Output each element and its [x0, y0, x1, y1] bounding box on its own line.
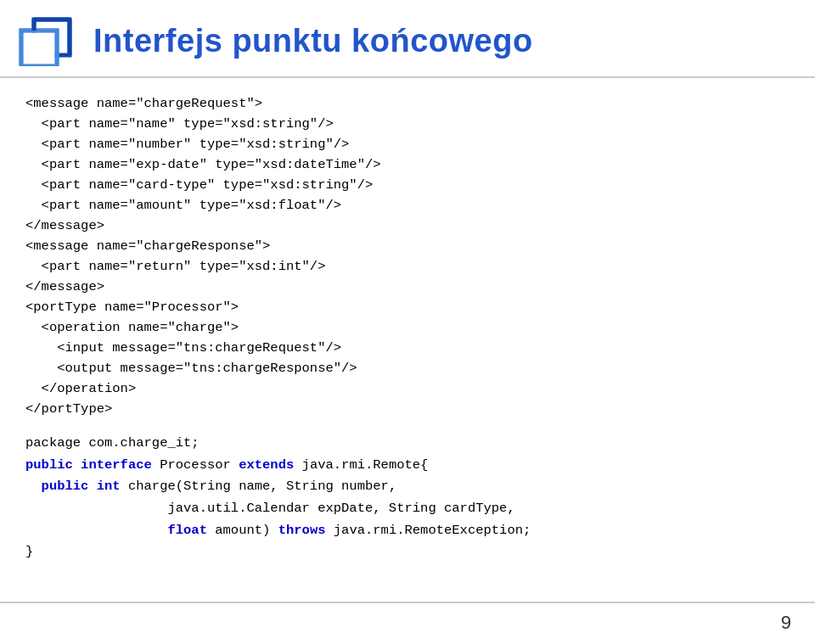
java-remote: java.rmi.Remote{: [294, 457, 428, 473]
slide-title: Interfejs punktu końcowego: [93, 23, 533, 59]
slide-container: Interfejs punktu końcowego <message name…: [0, 0, 815, 644]
keyword-public-interface: public interface: [25, 457, 152, 473]
svg-rect-2: [24, 33, 55, 64]
java-line-1: package com.charge_it;: [25, 433, 790, 455]
java-processor: Processor: [152, 457, 239, 473]
xml-code-block: <message name="chargeRequest"> <part nam…: [25, 93, 790, 419]
java-method: charge(String name, String number,: [121, 479, 397, 494]
java-line-3: public int charge(String name, String nu…: [25, 476, 790, 498]
logo-icon: [17, 15, 76, 66]
java-amount: amount): [207, 523, 278, 538]
page-number: 9: [781, 612, 791, 634]
keyword-float: float: [167, 523, 207, 538]
keyword-throws: throws: [278, 523, 326, 538]
slide-content: <message name="chargeRequest"> <part nam…: [0, 78, 815, 572]
java-line-2: public interface Processor extends java.…: [25, 455, 790, 477]
keyword-extends: extends: [239, 457, 294, 473]
slide-header: Interfejs punktu końcowego: [0, 0, 815, 78]
java-indent: [25, 479, 42, 494]
java-line-6: }: [25, 541, 790, 563]
bottom-divider: [0, 602, 815, 603]
java-indent2: [25, 523, 167, 538]
java-code-block: package com.charge_it; public interface …: [25, 433, 790, 563]
keyword-public-int: public int: [42, 479, 121, 494]
java-line-4: java.util.Calendar expDate, String cardT…: [25, 498, 790, 520]
java-exception: java.rmi.RemoteException;: [325, 523, 531, 538]
java-line-5: float amount) throws java.rmi.RemoteExce…: [25, 520, 790, 542]
